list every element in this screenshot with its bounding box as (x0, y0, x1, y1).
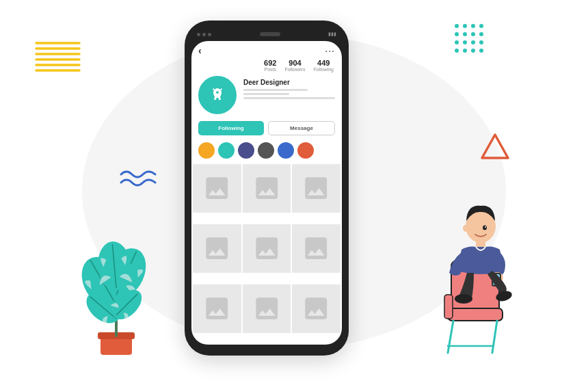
blue-squiggle-decoration (120, 168, 157, 191)
plant-illustration (72, 209, 161, 360)
svg-line-38 (448, 321, 453, 353)
bio-line-2 (243, 93, 289, 95)
phone-signal: ▮▮▮ (328, 31, 336, 37)
svg-point-7 (463, 24, 467, 28)
svg-point-12 (471, 32, 475, 36)
phone: ▮▮▮ ‹ ··· 692 Posts 904 Followers 449 Fo… (185, 21, 349, 356)
more-options-icon[interactable]: ··· (325, 45, 335, 56)
story-circle-6[interactable] (297, 142, 314, 159)
story-circle-2[interactable] (218, 142, 235, 159)
person-illustration (393, 172, 520, 363)
svg-point-21 (479, 49, 483, 53)
grid-cell-5[interactable] (243, 224, 291, 273)
grid-cell-7[interactable] (193, 284, 241, 333)
grid-cell-2[interactable] (243, 164, 291, 213)
phone-camera (260, 32, 280, 36)
posts-count: 692 (264, 59, 276, 67)
svg-point-18 (455, 49, 459, 53)
story-circle-4[interactable] (258, 142, 274, 159)
phone-dot (197, 33, 200, 36)
svg-point-47 (455, 294, 472, 304)
posts-label: Posts (264, 67, 276, 72)
grid-cell-3[interactable] (292, 164, 340, 213)
image-grid (191, 163, 342, 345)
story-circle-1[interactable] (198, 142, 215, 159)
back-arrow-icon[interactable]: ‹ (198, 45, 202, 56)
profile-section: Deer Designer (191, 76, 342, 118)
stat-posts: 692 Posts (264, 59, 276, 72)
svg-point-6 (455, 24, 459, 28)
grid-cell-4[interactable] (193, 224, 241, 273)
screen-topbar: ‹ ··· (191, 41, 342, 59)
phone-dot (208, 33, 211, 36)
svg-point-10 (455, 32, 459, 36)
svg-point-15 (463, 40, 467, 44)
following-count: 449 (313, 59, 334, 67)
red-triangle-decoration (481, 133, 509, 162)
followers-count: 904 (284, 59, 305, 67)
svg-point-17 (479, 40, 483, 44)
avatar (198, 76, 237, 114)
grid-cell-9[interactable] (292, 284, 340, 333)
svg-point-49 (483, 226, 487, 230)
svg-point-20 (471, 49, 475, 53)
green-dots-decoration (451, 21, 489, 58)
profile-name: Deer Designer (243, 79, 335, 86)
bio-line-1 (243, 89, 308, 91)
grid-cell-1[interactable] (193, 164, 241, 213)
phone-dots (197, 33, 211, 36)
svg-point-8 (471, 24, 475, 28)
phone-dot (202, 33, 206, 36)
svg-rect-37 (448, 308, 503, 321)
svg-point-11 (463, 32, 467, 36)
profile-info: Deer Designer (243, 76, 335, 101)
svg-point-14 (455, 40, 459, 44)
svg-marker-22 (482, 135, 508, 158)
phone-screen: ‹ ··· 692 Posts 904 Followers 449 Follow… (191, 41, 342, 345)
grid-cell-8[interactable] (243, 284, 291, 333)
stat-followers: 904 Followers (284, 59, 305, 72)
following-button[interactable]: Following (198, 121, 264, 135)
deer-icon (206, 83, 228, 107)
following-label: Following (313, 67, 334, 72)
profile-stats: 692 Posts 904 Followers 449 Following (191, 59, 342, 76)
svg-rect-41 (444, 295, 453, 319)
svg-point-19 (463, 49, 467, 53)
svg-point-50 (485, 226, 486, 228)
svg-point-16 (471, 40, 475, 44)
svg-point-9 (479, 24, 483, 28)
grid-cell-6[interactable] (292, 224, 340, 273)
story-circle-5[interactable] (278, 142, 294, 159)
svg-line-39 (492, 321, 497, 353)
story-circles (191, 139, 342, 163)
message-button[interactable]: Message (268, 121, 335, 135)
svg-point-13 (479, 32, 483, 36)
followers-label: Followers (284, 67, 305, 72)
action-buttons: Following Message (191, 118, 342, 139)
story-circle-3[interactable] (238, 142, 254, 159)
bio-line-3 (243, 97, 335, 99)
svg-point-51 (463, 225, 468, 232)
yellow-lines-decoration (33, 38, 81, 75)
phone-notch: ▮▮▮ (191, 31, 342, 41)
stat-following: 449 Following (313, 59, 334, 72)
